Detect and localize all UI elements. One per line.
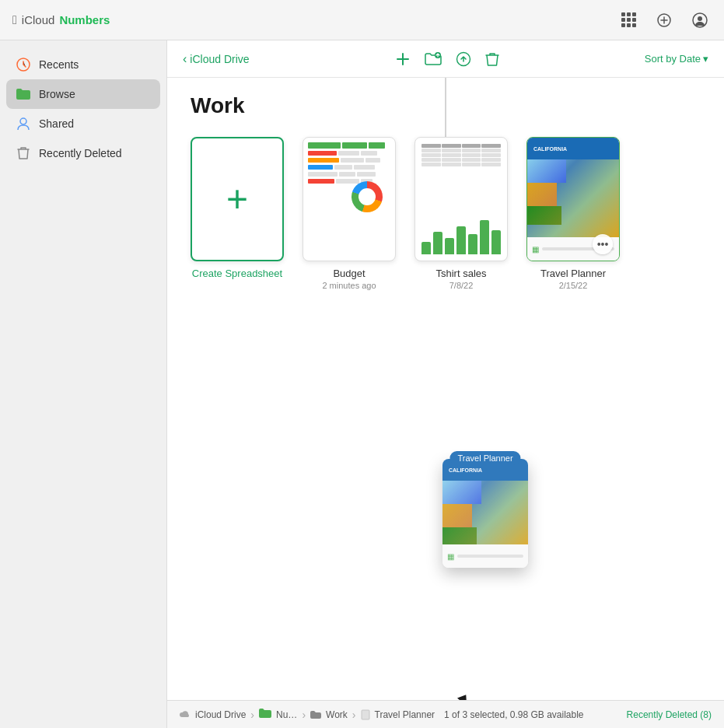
sidebar-item-recently-deleted[interactable]: Recently Deleted xyxy=(6,138,160,168)
travel-planner-name: Travel Planner xyxy=(540,268,606,279)
breadcrumb-work-folder-icon xyxy=(310,710,321,719)
tshirt-file-thumb[interactable] xyxy=(414,137,508,261)
sort-label: Sort by Date xyxy=(645,53,701,65)
tshirt-preview xyxy=(415,138,507,261)
create-spreadsheet-thumb[interactable]: + xyxy=(191,137,284,261)
content-scroll: Work + Create Spreadsheet xyxy=(167,78,724,700)
breadcrumb-sep-2: › xyxy=(302,709,306,721)
travel-planner-thumb[interactable]: CALIFORNIA ▦ ••• xyxy=(526,137,620,261)
add-file-button[interactable] xyxy=(395,51,411,67)
selection-info: 1 of 3 selected, 0.98 GB available xyxy=(444,709,583,720)
travel-planner-item[interactable]: CALIFORNIA ▦ ••• xyxy=(526,137,620,290)
sidebar: Recents Browse Shared Recently Deleted xyxy=(0,40,167,728)
add-button[interactable] xyxy=(652,9,676,32)
account-button[interactable] xyxy=(688,9,712,32)
grid-dots-icon xyxy=(621,12,636,27)
trash-icon xyxy=(16,145,31,161)
upload-button[interactable] xyxy=(456,51,471,67)
budget-file-name: Budget xyxy=(333,268,365,279)
tshirt-file-name: Tshirt sales xyxy=(435,268,486,279)
budget-file-thumb[interactable] xyxy=(303,137,396,261)
person-icon xyxy=(16,116,31,131)
breadcrumb-sep-1: › xyxy=(250,709,254,721)
toolbar-left: ‹ iCloud Drive xyxy=(183,52,250,66)
file-grid: + Create Spreadsheet xyxy=(191,137,701,290)
folder-icon xyxy=(16,86,31,102)
numbers-label: Numbers xyxy=(59,13,110,26)
status-bar: iCloud Drive › Nu… › Work › Travel Plann… xyxy=(167,700,724,728)
tshirt-file-date: 7/8/22 xyxy=(449,281,474,290)
titlebar-left:  iCloud Numbers xyxy=(12,13,110,27)
budget-file-item[interactable]: Budget 2 minutes ago xyxy=(303,137,396,290)
sidebar-label-recently-deleted: Recently Deleted xyxy=(39,147,122,159)
breadcrumb-file-icon xyxy=(361,709,370,720)
apple-logo-icon:  xyxy=(12,13,17,27)
sort-button[interactable]: Sort by Date ▾ xyxy=(645,53,708,65)
recently-deleted-link[interactable]: Recently Deleted (8) xyxy=(627,709,712,720)
cloud-icon xyxy=(180,710,191,719)
breadcrumb-icloud: iCloud Drive xyxy=(195,709,246,720)
toolbar-actions xyxy=(395,51,499,67)
sidebar-item-shared[interactable]: Shared xyxy=(6,109,160,138)
folder-upload-button[interactable] xyxy=(425,51,442,67)
chevron-left-icon: ‹ xyxy=(183,52,187,66)
toolbar: ‹ iCloud Drive xyxy=(167,40,724,78)
sidebar-label-browse: Browse xyxy=(39,88,75,100)
create-spreadsheet-item[interactable]: + Create Spreadsheet xyxy=(191,137,284,290)
breadcrumb-work: Work xyxy=(326,709,348,720)
svg-point-2 xyxy=(698,16,702,21)
drag-ghost-thumb: CALIFORNIA ▦ xyxy=(442,459,528,568)
drag-ghost: Travel Planner CALIFORNIA ▦ xyxy=(442,459,528,568)
titlebar-right xyxy=(617,9,712,32)
plus-icon: + xyxy=(226,180,248,218)
cursor xyxy=(459,696,468,700)
breadcrumb-numbers: Nu… xyxy=(276,709,297,720)
breadcrumb-sep-3: › xyxy=(352,709,356,721)
sidebar-label-shared: Shared xyxy=(39,117,74,130)
titlebar:  iCloud Numbers xyxy=(0,0,724,40)
svg-rect-7 xyxy=(362,710,369,719)
budget-preview xyxy=(303,138,395,261)
sidebar-label-recents: Recents xyxy=(39,58,79,71)
svg-point-4 xyxy=(20,118,26,124)
budget-file-date: 2 minutes ago xyxy=(322,281,376,290)
create-spreadsheet-label: Create Spreadsheet xyxy=(192,268,282,279)
clock-icon xyxy=(16,57,31,72)
sidebar-item-browse[interactable]: Browse xyxy=(6,79,160,109)
travel-planner-date: 2/15/22 xyxy=(559,281,588,290)
back-label: iCloud Drive xyxy=(190,53,249,65)
tshirt-file-item[interactable]: Tshirt sales 7/8/22 xyxy=(414,137,508,290)
breadcrumb-folder-icon xyxy=(259,708,271,721)
breadcrumb: iCloud Drive › Nu… › Work › Travel Plann… xyxy=(180,708,435,721)
more-options-button[interactable]: ••• xyxy=(593,234,613,254)
main-container: Recents Browse Shared Recently Deleted xyxy=(0,40,724,728)
sidebar-item-recents[interactable]: Recents xyxy=(6,50,160,79)
trash-button[interactable] xyxy=(485,51,499,67)
back-button[interactable]: ‹ iCloud Drive xyxy=(183,52,250,66)
grid-view-button[interactable] xyxy=(617,9,640,32)
icloud-label: iCloud xyxy=(22,13,55,26)
sort-chevron-icon: ▾ xyxy=(703,53,708,65)
content-area: ‹ iCloud Drive xyxy=(167,40,724,728)
drag-ghost-label: Travel Planner xyxy=(449,451,520,465)
breadcrumb-file: Travel Planner xyxy=(375,709,435,720)
